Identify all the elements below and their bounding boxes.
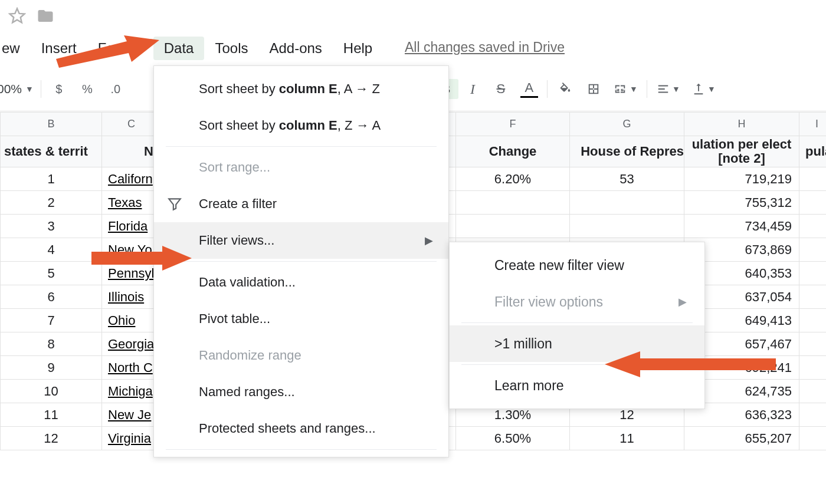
menu-protected-sheets[interactable]: Protected sheets and ranges... (154, 410, 448, 447)
menu-randomize-range: Randomize range (154, 337, 448, 374)
state-link[interactable]: Virginia (108, 431, 151, 446)
submenu-create-filter-view[interactable]: Create new filter view (450, 247, 704, 284)
state-link[interactable]: Pennsyl (108, 266, 154, 281)
horizontal-align-button[interactable]: ▼ (651, 78, 686, 100)
submenu-learn-more[interactable]: Learn more (450, 367, 704, 404)
col-header-H[interactable]: H (684, 113, 799, 136)
menu-data-validation[interactable]: Data validation... (154, 264, 448, 301)
borders-button[interactable] (579, 78, 608, 100)
state-link[interactable]: Texas (108, 195, 142, 210)
menu-format[interactable]: Format (87, 37, 153, 60)
star-icon[interactable] (8, 7, 26, 27)
col-header-F[interactable]: F (456, 113, 570, 136)
chevron-down-icon[interactable]: ▼ (25, 84, 34, 94)
menu-help[interactable]: Help (333, 37, 383, 60)
state-link[interactable]: New Je (108, 407, 151, 422)
menu-view[interactable]: ew (0, 37, 31, 60)
menu-tools[interactable]: Tools (204, 37, 258, 60)
submenu-arrow-icon: ▶ (425, 234, 433, 247)
menu-sort-range: Sort range... (154, 149, 448, 186)
strikethrough-button[interactable]: S (487, 78, 515, 100)
data-menu: Sort sheet by column E, A → Z Sort sheet… (153, 65, 449, 457)
menu-sort-az[interactable]: Sort sheet by column E, A → Z (154, 71, 448, 107)
menu-insert[interactable]: Insert (31, 37, 87, 60)
menu-named-ranges[interactable]: Named ranges... (154, 374, 448, 410)
currency-format-button[interactable]: $ (45, 78, 73, 100)
filter-views-submenu: Create new filter view Filter view optio… (449, 242, 705, 409)
filter-icon (167, 196, 182, 212)
state-link[interactable]: Illinois (108, 289, 144, 304)
vertical-align-button[interactable]: ▼ (686, 78, 722, 100)
state-link[interactable]: Georgia (108, 337, 154, 351)
menu-sort-za[interactable]: Sort sheet by column E, Z → A (154, 107, 448, 144)
zoom-level[interactable]: 00% (0, 82, 22, 96)
col-header-C[interactable]: C (102, 113, 161, 136)
menu-addons[interactable]: Add-ons (258, 37, 332, 60)
submenu-arrow-icon: ▶ (678, 295, 687, 308)
state-link[interactable]: Florida (108, 219, 148, 233)
col-header-I[interactable]: I (799, 113, 827, 136)
menu-data[interactable]: Data (153, 37, 205, 60)
state-link[interactable]: Ohio (108, 313, 135, 328)
col-header-B[interactable]: B (1, 113, 102, 136)
percent-format-button[interactable]: % (73, 78, 101, 100)
save-status[interactable]: All changes saved in Drive (405, 39, 565, 55)
submenu-saved-filter-view[interactable]: >1 million (450, 325, 704, 362)
state-link[interactable]: New Yo (108, 242, 152, 257)
merge-cells-button[interactable]: ▼ (608, 78, 643, 100)
col-header-G[interactable]: G (570, 113, 684, 136)
menubar: ew Insert Format Data Tools Add-ons Help (0, 35, 383, 61)
folder-icon[interactable] (37, 7, 54, 27)
submenu-filter-view-options: Filter view options ▶ (450, 284, 704, 320)
state-link[interactable]: Michiga (108, 384, 153, 398)
state-link[interactable]: Californ (108, 172, 153, 186)
text-color-button[interactable]: A (515, 78, 543, 100)
fill-color-button[interactable] (551, 78, 579, 100)
italic-button[interactable]: I (458, 78, 487, 100)
state-link[interactable]: North C (108, 360, 153, 375)
menu-pivot-table[interactable]: Pivot table... (154, 301, 448, 337)
menu-create-filter[interactable]: Create a filter (154, 186, 448, 222)
menu-filter-views[interactable]: Filter views... ▶ (154, 222, 448, 259)
decimal-decrease-button[interactable]: .0 (101, 78, 130, 100)
